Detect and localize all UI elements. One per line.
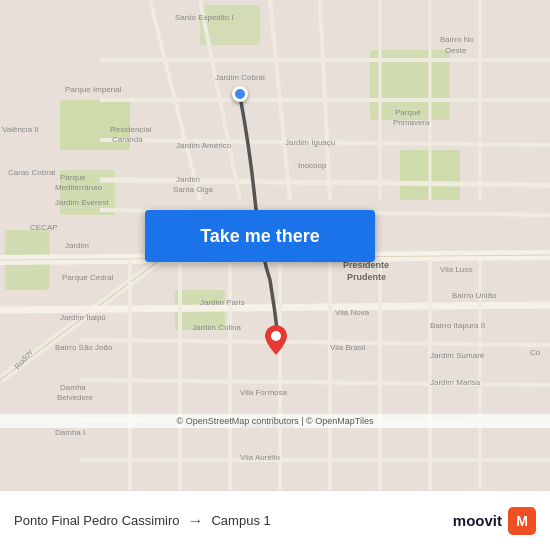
svg-text:Co: Co [530,348,541,357]
svg-text:Carandá: Carandá [112,135,143,144]
svg-text:Jardim Itaipú: Jardim Itaipú [60,313,106,322]
footer-destination-label: Campus 1 [211,513,270,528]
moovit-icon-letter: M [516,513,528,529]
svg-text:Jardim Everest: Jardim Everest [55,198,109,207]
svg-text:Santo Expedito I: Santo Expedito I [175,13,234,22]
take-me-there-button[interactable]: Take me there [145,210,375,262]
svg-text:Bairro No: Bairro No [440,35,474,44]
origin-marker [232,86,248,102]
svg-text:Mediterrâneo: Mediterrâneo [55,183,103,192]
svg-text:Jardim Cobral: Jardim Cobral [215,73,265,82]
svg-text:Jardim: Jardim [65,241,89,250]
svg-text:Prudente: Prudente [347,272,386,282]
moovit-logo: moovit M [453,507,536,535]
svg-text:Caras Cobral: Caras Cobral [8,168,55,177]
moovit-brand-icon: M [508,507,536,535]
svg-text:Vila Aurélio: Vila Aurélio [240,453,280,462]
svg-text:Parque Imperial: Parque Imperial [65,85,122,94]
svg-text:Jardim Paris: Jardim Paris [200,298,244,307]
moovit-brand-text: moovit [453,512,502,529]
footer-route: Ponto Final Pedro Cassimiro → Campus 1 [14,512,453,530]
svg-text:Inocoop: Inocoop [298,161,327,170]
svg-text:Belvedere: Belvedere [57,393,94,402]
svg-text:Vila Brasil: Vila Brasil [330,343,366,352]
svg-point-80 [271,331,281,341]
svg-text:Damha: Damha [60,383,86,392]
svg-text:Jardim: Jardim [176,175,200,184]
svg-text:Bairro União: Bairro União [452,291,497,300]
svg-text:Bairro São João: Bairro São João [55,343,113,352]
svg-text:Parque Cedral: Parque Cedral [62,273,114,282]
svg-text:Valência II: Valência II [2,125,39,134]
svg-text:Jardim Marisa: Jardim Marisa [430,378,481,387]
svg-text:Vila Formosa: Vila Formosa [240,388,288,397]
map-container: Santo Expedito I Jardim Cobral Parque Im… [0,0,550,490]
footer-origin-label: Ponto Final Pedro Cassimiro [14,513,179,528]
svg-text:Jardim Sumaré: Jardim Sumaré [430,351,485,360]
footer-arrow-icon: → [187,512,203,530]
map-attribution: © OpenStreetMap contributors | © OpenMap… [0,414,550,428]
svg-text:Residencial: Residencial [110,125,152,134]
svg-text:Bairro Itapura II: Bairro Itapura II [430,321,485,330]
svg-text:Damha I: Damha I [55,428,85,437]
svg-text:Vila Nova: Vila Nova [335,308,370,317]
svg-text:Jardim Colina: Jardim Colina [192,323,241,332]
svg-text:Parque: Parque [60,173,86,182]
svg-text:Vila Luso: Vila Luso [440,265,473,274]
svg-text:Jardim Iguaçu: Jardim Iguaçu [285,138,335,147]
footer-bar: Ponto Final Pedro Cassimiro → Campus 1 m… [0,490,550,550]
svg-text:Oeste: Oeste [445,46,467,55]
destination-marker [265,325,287,355]
svg-text:Parque: Parque [395,108,421,117]
svg-text:Primavera: Primavera [393,118,430,127]
svg-text:Jardim Américo: Jardim Américo [176,141,232,150]
svg-text:CECAP: CECAP [30,223,58,232]
svg-text:Santa Olga: Santa Olga [173,185,214,194]
